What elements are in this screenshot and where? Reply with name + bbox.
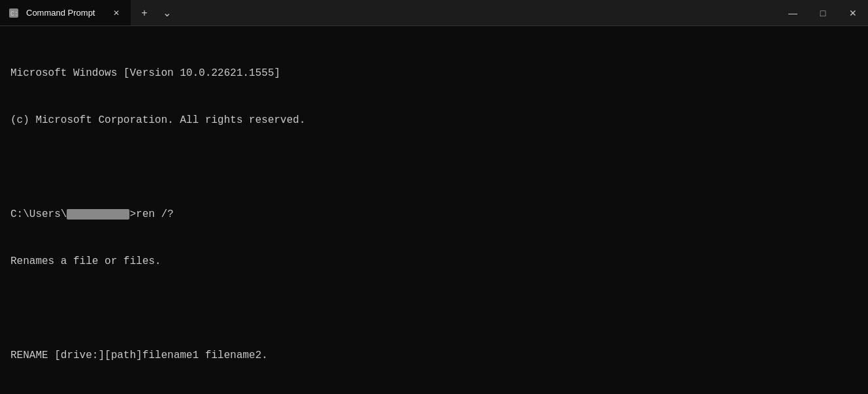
- cmd-window: C: Command Prompt ✕ + ⌄ —: [0, 0, 868, 394]
- terminal-line-3: [10, 159, 858, 175]
- maximize-button[interactable]: □: [808, 0, 838, 25]
- tab-label: Command Prompt: [26, 8, 95, 18]
- cmd-icon: C:: [8, 7, 20, 19]
- terminal-line-7: RENAME [drive:][path]filename1 filename2…: [10, 348, 858, 363]
- terminal-line-2: (c) Microsoft Corporation. All rights re…: [10, 112, 858, 128]
- minimize-button[interactable]: —: [778, 0, 808, 25]
- prompt1-prefix: C:\Users\: [10, 206, 67, 222]
- tab-area: C: Command Prompt ✕ + ⌄: [0, 0, 778, 25]
- tab-actions: + ⌄: [131, 0, 180, 25]
- tab-close-button[interactable]: ✕: [110, 7, 123, 20]
- terminal-output[interactable]: Microsoft Windows [Version 10.0.22621.15…: [0, 26, 868, 394]
- terminal-line-5: Renames a file or files.: [10, 254, 858, 269]
- username-redacted-1: [67, 209, 129, 220]
- active-tab[interactable]: C: Command Prompt ✕: [0, 0, 131, 25]
- titlebar: C: Command Prompt ✕ + ⌄ —: [0, 0, 868, 26]
- terminal-line-6: [10, 301, 858, 316]
- new-tab-button[interactable]: +: [133, 0, 156, 25]
- close-button[interactable]: ✕: [838, 0, 868, 25]
- svg-text:C:: C:: [10, 10, 18, 18]
- dropdown-button[interactable]: ⌄: [156, 0, 178, 25]
- prompt1-suffix: >ren /?: [129, 206, 173, 222]
- window-controls: — □ ✕: [778, 0, 868, 25]
- terminal-prompt-1: C:\Users\ >ren /?: [10, 206, 858, 222]
- terminal-line-1: Microsoft Windows [Version 10.0.22621.15…: [10, 65, 858, 81]
